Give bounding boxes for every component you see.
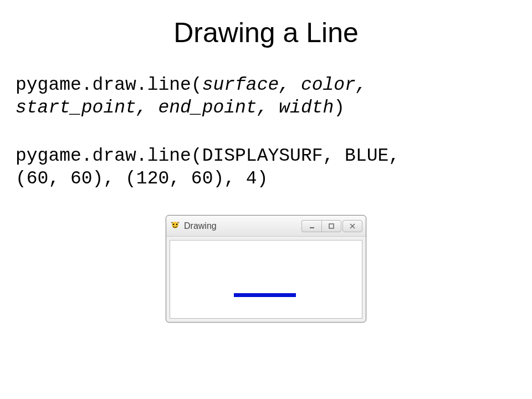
window-title-text: Drawing [184, 221, 301, 231]
code-args-italic: surface, color, [202, 75, 367, 95]
app-window: Drawing [166, 215, 366, 323]
minimize-button[interactable] [301, 220, 321, 232]
maximize-button[interactable] [321, 220, 341, 232]
code-text: ) [334, 98, 345, 118]
window-canvas [170, 240, 362, 319]
drawn-line [234, 293, 296, 297]
svg-rect-4 [329, 224, 334, 228]
code-signature: pygame.draw.line(surface, color, start_p… [0, 74, 532, 120]
app-icon [170, 221, 181, 232]
code-args-italic: start_point, end_point, width [16, 98, 334, 118]
window-titlebar[interactable]: Drawing [166, 216, 366, 237]
window-controls [301, 220, 362, 232]
svg-point-2 [176, 223, 177, 224]
svg-rect-3 [310, 227, 314, 228]
window-wrapper: Drawing [0, 215, 532, 323]
code-text: pygame.draw.line( [16, 75, 202, 95]
code-text: pygame.draw.line(DISPLAYSURF, BLUE, [16, 146, 400, 166]
close-button[interactable] [342, 220, 362, 232]
svg-point-1 [173, 223, 174, 224]
code-text: (60, 60), (120, 60), 4) [16, 168, 268, 189]
code-example: pygame.draw.line(DISPLAYSURF, BLUE, (60,… [0, 145, 532, 191]
slide-title: Drawing a Line [0, 17, 532, 49]
